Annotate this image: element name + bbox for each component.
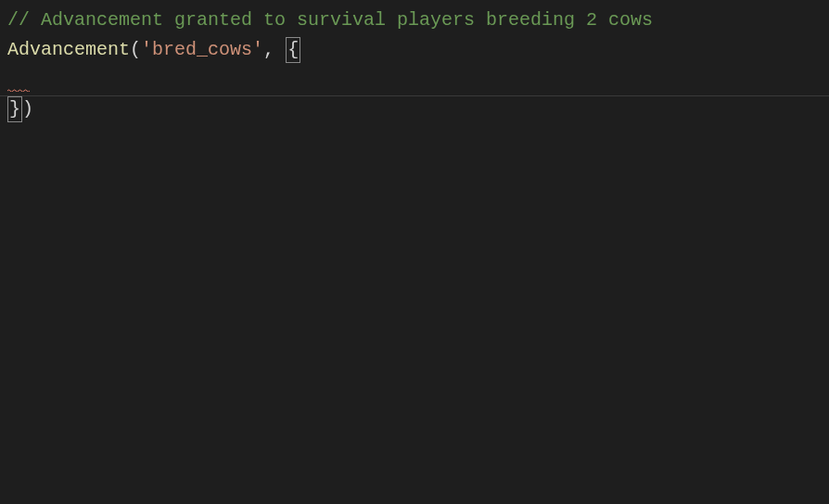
string-literal: bred_cows xyxy=(152,39,252,60)
code-line-call[interactable]: Advancement('bred_cows', { xyxy=(7,35,822,65)
string-quote-open: ' xyxy=(141,39,152,60)
comma: , xyxy=(263,39,286,60)
open-paren: ( xyxy=(130,39,141,60)
comment-text: // Advancement granted to survival playe… xyxy=(7,9,653,31)
error-squiggle xyxy=(7,89,30,93)
code-line-close[interactable]: }) xyxy=(7,94,822,124)
code-line-empty[interactable] xyxy=(7,65,822,94)
function-name: Advancement xyxy=(7,39,130,60)
code-line-comment[interactable]: // Advancement granted to survival playe… xyxy=(7,6,822,35)
open-brace: { xyxy=(286,37,300,63)
close-paren: ) xyxy=(22,98,33,120)
string-quote-close: ' xyxy=(252,39,263,60)
close-brace: } xyxy=(7,96,22,122)
